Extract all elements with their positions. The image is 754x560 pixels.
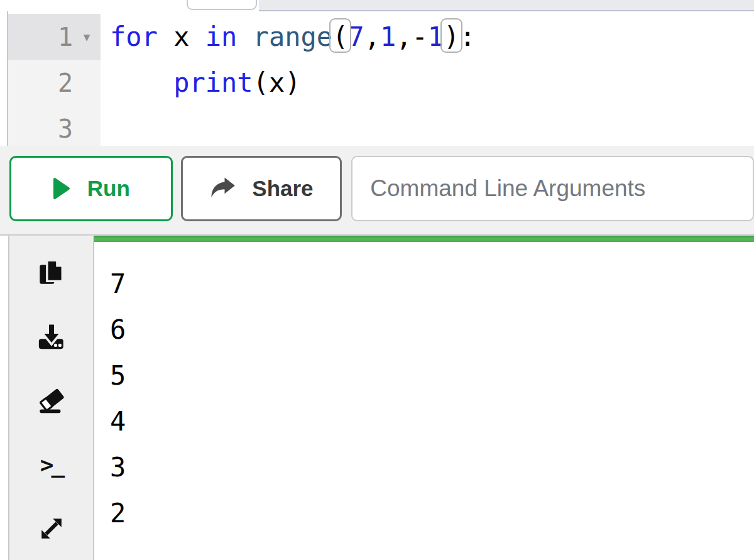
code-token: - xyxy=(412,21,428,52)
console-output-line: 3 xyxy=(110,444,754,490)
gutter-row[interactable]: 2 xyxy=(8,60,101,106)
gutter-row[interactable]: 1▾ xyxy=(8,14,101,60)
code-token: print xyxy=(173,67,253,98)
console-output-line: 6 xyxy=(110,307,754,353)
run-button-label: Run xyxy=(87,176,130,201)
line-number: 1 xyxy=(8,23,73,52)
code-line[interactable] xyxy=(110,106,754,146)
code-token xyxy=(110,67,173,98)
expand-icon[interactable] xyxy=(35,512,68,545)
eraser-icon[interactable] xyxy=(35,384,68,417)
output-sidebar: >_ xyxy=(8,236,94,560)
output-console[interactable]: 765432 xyxy=(94,236,754,560)
code-token: , xyxy=(364,21,380,52)
code-token xyxy=(237,21,253,52)
code-token: range xyxy=(253,21,332,52)
code-editor[interactable]: 1▾23 for x in range(7,1,-1): print(x) xyxy=(7,11,754,146)
run-button[interactable]: Run xyxy=(9,156,173,221)
console-output-line: 5 xyxy=(110,353,754,398)
code-token: x xyxy=(269,67,285,98)
console-lines: 765432 xyxy=(94,242,754,536)
copy-icon[interactable] xyxy=(35,256,68,288)
editor-gutter: 1▾23 xyxy=(8,14,101,146)
command-line-arguments-input[interactable] xyxy=(351,156,754,221)
fold-arrow-icon[interactable]: ▾ xyxy=(73,30,101,45)
code-token: in xyxy=(205,21,238,52)
header-strip xyxy=(0,0,754,11)
code-token: ( xyxy=(253,67,269,98)
terminal-icon[interactable]: >_ xyxy=(35,448,68,481)
console-output-line: 7 xyxy=(110,261,754,307)
share-button[interactable]: Share xyxy=(181,156,342,221)
code-token: ) xyxy=(285,67,300,98)
header-strip-track xyxy=(259,0,754,11)
code-token: for xyxy=(110,21,158,52)
code-token: 1 xyxy=(380,21,396,52)
play-icon xyxy=(52,177,71,200)
gutter-row[interactable]: 3 xyxy=(8,106,101,146)
code-line[interactable]: print(x) xyxy=(110,60,754,106)
editor-code-area[interactable]: for x in range(7,1,-1): print(x) xyxy=(101,14,754,146)
share-icon xyxy=(209,176,236,201)
code-token: , xyxy=(396,21,412,52)
line-number: 2 xyxy=(8,69,73,97)
code-token: ( xyxy=(332,14,348,60)
share-button-label: Share xyxy=(252,176,313,201)
code-token: ) xyxy=(444,14,459,60)
top-scrollbar-thumb[interactable] xyxy=(187,0,257,10)
output-section: >_ 765432 xyxy=(0,236,754,560)
console-output-line: 4 xyxy=(110,398,754,444)
online-ide-page: 1▾23 for x in range(7,1,-1): print(x) Ru… xyxy=(0,0,754,560)
console-output-line: 2 xyxy=(110,490,754,536)
progress-bar xyxy=(94,236,754,242)
left-gap xyxy=(0,236,8,560)
code-line[interactable]: for x in range(7,1,-1): xyxy=(110,14,754,60)
toolbar: Run Share xyxy=(0,146,754,236)
line-number: 3 xyxy=(8,114,73,143)
download-icon[interactable] xyxy=(35,320,68,353)
code-token: x xyxy=(158,21,205,52)
